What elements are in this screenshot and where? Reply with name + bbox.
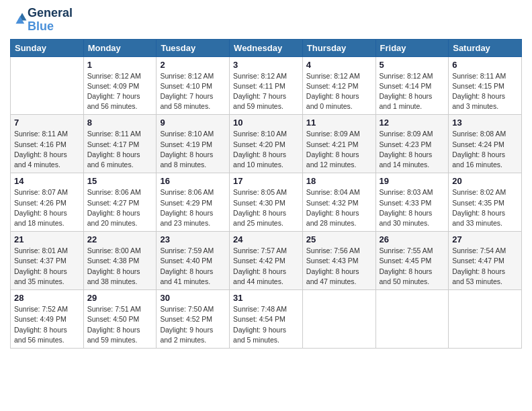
day-info: Sunrise: 8:11 AMSunset: 4:15 PMDaylight:… bbox=[452, 71, 518, 112]
day-info: Sunrise: 8:10 AMSunset: 4:20 PMDaylight:… bbox=[233, 129, 299, 170]
day-info: Sunrise: 8:12 AMSunset: 4:10 PMDaylight:… bbox=[160, 71, 226, 112]
calendar-cell: 12Sunrise: 8:09 AMSunset: 4:23 PMDayligh… bbox=[375, 115, 449, 173]
calendar-cell: 17Sunrise: 8:05 AMSunset: 4:30 PMDayligh… bbox=[230, 173, 303, 232]
day-header-sunday: Sunday bbox=[11, 39, 84, 56]
day-info: Sunrise: 8:06 AMSunset: 4:29 PMDaylight:… bbox=[160, 187, 226, 228]
day-header-wednesday: Wednesday bbox=[230, 39, 303, 56]
calendar-cell bbox=[302, 290, 375, 349]
day-number: 7 bbox=[14, 118, 80, 128]
calendar-cell: 21Sunrise: 8:01 AMSunset: 4:37 PMDayligh… bbox=[11, 232, 84, 290]
day-number: 5 bbox=[380, 60, 445, 70]
day-number: 17 bbox=[233, 176, 299, 186]
day-number: 25 bbox=[306, 234, 372, 244]
day-info: Sunrise: 7:52 AMSunset: 4:49 PMDaylight:… bbox=[14, 304, 80, 345]
day-number: 30 bbox=[160, 293, 226, 303]
day-info: Sunrise: 8:12 AMSunset: 4:09 PMDaylight:… bbox=[87, 71, 153, 112]
day-info: Sunrise: 8:05 AMSunset: 4:30 PMDaylight:… bbox=[233, 187, 299, 228]
calendar-cell: 6Sunrise: 8:11 AMSunset: 4:15 PMDaylight… bbox=[449, 56, 522, 115]
week-row-4: 21Sunrise: 8:01 AMSunset: 4:37 PMDayligh… bbox=[11, 232, 522, 290]
calendar-cell: 23Sunrise: 7:59 AMSunset: 4:40 PMDayligh… bbox=[157, 232, 230, 290]
day-number: 12 bbox=[380, 118, 445, 128]
calendar-cell: 31Sunrise: 7:48 AMSunset: 4:54 PMDayligh… bbox=[230, 290, 303, 349]
day-info: Sunrise: 8:09 AMSunset: 4:21 PMDaylight:… bbox=[306, 129, 372, 170]
calendar-table: SundayMondayTuesdayWednesdayThursdayFrid… bbox=[10, 39, 522, 349]
day-number: 2 bbox=[160, 60, 226, 70]
calendar-header-row: SundayMondayTuesdayWednesdayThursdayFrid… bbox=[11, 39, 522, 56]
day-number: 15 bbox=[87, 176, 153, 186]
calendar-cell: 25Sunrise: 7:56 AMSunset: 4:43 PMDayligh… bbox=[302, 232, 375, 290]
calendar-cell: 2Sunrise: 8:12 AMSunset: 4:10 PMDaylight… bbox=[157, 56, 230, 115]
logo: General Blue bbox=[10, 7, 73, 34]
day-number: 9 bbox=[160, 118, 226, 128]
day-header-tuesday: Tuesday bbox=[157, 39, 230, 56]
calendar-cell: 22Sunrise: 8:00 AMSunset: 4:38 PMDayligh… bbox=[83, 232, 157, 290]
day-number: 11 bbox=[306, 118, 372, 128]
day-number: 4 bbox=[306, 60, 372, 70]
calendar-cell: 9Sunrise: 8:10 AMSunset: 4:19 PMDaylight… bbox=[157, 115, 230, 173]
day-number: 18 bbox=[306, 176, 372, 186]
day-number: 6 bbox=[452, 60, 518, 70]
day-info: Sunrise: 8:11 AMSunset: 4:17 PMDaylight:… bbox=[87, 129, 153, 170]
calendar-cell bbox=[11, 56, 84, 115]
week-row-1: 1Sunrise: 8:12 AMSunset: 4:09 PMDaylight… bbox=[11, 56, 522, 115]
calendar-cell: 11Sunrise: 8:09 AMSunset: 4:21 PMDayligh… bbox=[302, 115, 375, 173]
day-number: 3 bbox=[233, 60, 299, 70]
day-number: 19 bbox=[380, 176, 445, 186]
day-info: Sunrise: 8:12 AMSunset: 4:11 PMDaylight:… bbox=[233, 71, 299, 112]
day-info: Sunrise: 8:03 AMSunset: 4:33 PMDaylight:… bbox=[380, 187, 445, 228]
calendar-cell bbox=[375, 290, 449, 349]
calendar-cell: 15Sunrise: 8:06 AMSunset: 4:27 PMDayligh… bbox=[83, 173, 157, 232]
calendar-cell bbox=[449, 290, 522, 349]
day-info: Sunrise: 8:09 AMSunset: 4:23 PMDaylight:… bbox=[380, 129, 445, 170]
day-number: 28 bbox=[14, 293, 80, 303]
day-header-friday: Friday bbox=[375, 39, 449, 56]
day-info: Sunrise: 8:08 AMSunset: 4:24 PMDaylight:… bbox=[452, 129, 518, 170]
day-info: Sunrise: 7:54 AMSunset: 4:47 PMDaylight:… bbox=[452, 246, 518, 287]
calendar-cell: 26Sunrise: 7:55 AMSunset: 4:45 PMDayligh… bbox=[375, 232, 449, 290]
day-number: 8 bbox=[87, 118, 153, 128]
calendar-cell: 4Sunrise: 8:12 AMSunset: 4:12 PMDaylight… bbox=[302, 56, 375, 115]
day-info: Sunrise: 8:01 AMSunset: 4:37 PMDaylight:… bbox=[14, 246, 80, 287]
calendar-cell: 20Sunrise: 8:02 AMSunset: 4:35 PMDayligh… bbox=[449, 173, 522, 232]
calendar-cell: 8Sunrise: 8:11 AMSunset: 4:17 PMDaylight… bbox=[83, 115, 157, 173]
day-number: 21 bbox=[14, 234, 80, 244]
day-number: 29 bbox=[87, 293, 153, 303]
day-info: Sunrise: 7:51 AMSunset: 4:50 PMDaylight:… bbox=[87, 304, 153, 345]
day-info: Sunrise: 8:07 AMSunset: 4:26 PMDaylight:… bbox=[14, 187, 80, 228]
day-info: Sunrise: 8:02 AMSunset: 4:35 PMDaylight:… bbox=[452, 187, 518, 228]
day-number: 14 bbox=[14, 176, 80, 186]
day-number: 1 bbox=[87, 60, 153, 70]
day-info: Sunrise: 8:11 AMSunset: 4:16 PMDaylight:… bbox=[14, 129, 80, 170]
calendar-cell: 30Sunrise: 7:50 AMSunset: 4:52 PMDayligh… bbox=[157, 290, 230, 349]
day-info: Sunrise: 7:59 AMSunset: 4:40 PMDaylight:… bbox=[160, 246, 226, 287]
day-number: 24 bbox=[233, 234, 299, 244]
logo-icon bbox=[11, 11, 28, 27]
calendar-cell: 28Sunrise: 7:52 AMSunset: 4:49 PMDayligh… bbox=[11, 290, 84, 349]
day-header-monday: Monday bbox=[83, 39, 157, 56]
day-header-thursday: Thursday bbox=[302, 39, 375, 56]
page-container: General Blue SundayMondayTuesdayWednesda… bbox=[0, 0, 532, 355]
week-row-3: 14Sunrise: 8:07 AMSunset: 4:26 PMDayligh… bbox=[11, 173, 522, 232]
calendar-cell: 1Sunrise: 8:12 AMSunset: 4:09 PMDaylight… bbox=[83, 56, 157, 115]
day-info: Sunrise: 8:12 AMSunset: 4:12 PMDaylight:… bbox=[306, 71, 372, 112]
day-info: Sunrise: 7:55 AMSunset: 4:45 PMDaylight:… bbox=[380, 246, 445, 287]
day-number: 22 bbox=[87, 234, 153, 244]
day-info: Sunrise: 7:48 AMSunset: 4:54 PMDaylight:… bbox=[233, 304, 299, 345]
calendar-cell: 10Sunrise: 8:10 AMSunset: 4:20 PMDayligh… bbox=[230, 115, 303, 173]
day-number: 10 bbox=[233, 118, 299, 128]
day-number: 31 bbox=[233, 293, 299, 303]
day-number: 13 bbox=[452, 118, 518, 128]
week-row-5: 28Sunrise: 7:52 AMSunset: 4:49 PMDayligh… bbox=[11, 290, 522, 349]
day-info: Sunrise: 7:56 AMSunset: 4:43 PMDaylight:… bbox=[306, 246, 372, 287]
day-number: 26 bbox=[380, 234, 445, 244]
day-number: 23 bbox=[160, 234, 226, 244]
calendar-cell: 5Sunrise: 8:12 AMSunset: 4:14 PMDaylight… bbox=[375, 56, 449, 115]
day-info: Sunrise: 7:57 AMSunset: 4:42 PMDaylight:… bbox=[233, 246, 299, 287]
day-info: Sunrise: 8:10 AMSunset: 4:19 PMDaylight:… bbox=[160, 129, 226, 170]
day-number: 16 bbox=[160, 176, 226, 186]
day-number: 20 bbox=[452, 176, 518, 186]
day-info: Sunrise: 8:04 AMSunset: 4:32 PMDaylight:… bbox=[306, 187, 372, 228]
calendar-cell: 24Sunrise: 7:57 AMSunset: 4:42 PMDayligh… bbox=[230, 232, 303, 290]
header: General Blue bbox=[10, 7, 522, 34]
day-info: Sunrise: 8:06 AMSunset: 4:27 PMDaylight:… bbox=[87, 187, 153, 228]
